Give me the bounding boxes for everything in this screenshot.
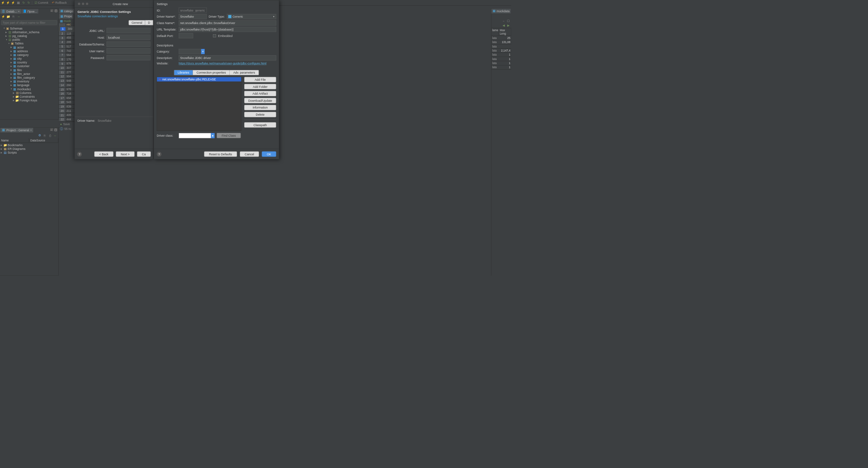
grid-row[interactable]: 8170	[59, 57, 75, 62]
table-row[interactable]: ▶▦film	[1, 68, 57, 72]
table-row[interactable]: ▶▦customer	[1, 64, 57, 68]
help-icon[interactable]: ?	[77, 152, 82, 156]
grid-row[interactable]: 1389	[59, 26, 75, 32]
mac-min-icon[interactable]	[82, 3, 84, 5]
url-template-input[interactable]	[179, 27, 276, 32]
grid-row[interactable]: 21405	[59, 113, 75, 118]
tab-project[interactable]: ▦Project - General×	[0, 128, 34, 133]
password-input[interactable]	[106, 55, 150, 60]
tree-constraints[interactable]: ▶📁Constraints	[1, 95, 57, 98]
gear-icon[interactable]: ⚙	[38, 133, 42, 137]
mac-close-icon[interactable]	[78, 3, 80, 5]
reset-defaults-button[interactable]: Reset to Defaults	[204, 151, 237, 157]
commit-button[interactable]: ☑Commit	[33, 0, 50, 5]
find-class-button[interactable]: Find Class	[217, 133, 241, 138]
grid-row[interactable]: 18543	[59, 100, 75, 105]
next-icon[interactable]: ▶	[506, 23, 510, 27]
sql-icon[interactable]: ▦	[16, 1, 20, 5]
folder-icon[interactable]: 📁	[6, 15, 11, 19]
download-button[interactable]: Download/Update	[244, 98, 276, 103]
table-row[interactable]: ▶▦address	[1, 49, 57, 53]
tab-mockdata[interactable]: ▦mockdata	[491, 9, 511, 14]
prev-icon[interactable]: ◀	[501, 23, 506, 27]
maximize-icon[interactable]: ▢	[55, 9, 57, 12]
class-name-input[interactable]	[179, 20, 276, 25]
close-icon[interactable]: ×	[18, 10, 19, 13]
grid-row[interactable]: 7564	[59, 53, 75, 57]
grid-row[interactable]: 2115	[59, 32, 75, 36]
description-input[interactable]	[179, 55, 276, 60]
tab-adv-params[interactable]: Adv. parameters	[230, 70, 259, 75]
refresh2-icon[interactable]: ↻	[27, 1, 31, 5]
table-row[interactable]: ▶▦category	[1, 53, 57, 57]
tree-columns[interactable]: ▶▥Columns	[1, 91, 57, 95]
minimize-icon[interactable]: −	[51, 9, 53, 12]
database-input[interactable]	[106, 41, 150, 46]
website-link[interactable]: https://docs.snowflake.net/manuals/user-…	[179, 62, 267, 65]
plug-add-icon[interactable]: ⚡	[6, 1, 10, 5]
paste-icon[interactable]: ⎙	[48, 133, 52, 137]
cancel-button[interactable]: Cancel	[240, 151, 259, 157]
rollback-button[interactable]: ↶Rollback	[51, 0, 68, 5]
table-row[interactable]: ▶▦city	[1, 57, 57, 60]
delete-button[interactable]: Delete	[244, 112, 276, 117]
grid-row[interactable]: 11277	[59, 70, 75, 75]
maximize-icon[interactable]: ▢	[506, 19, 510, 23]
connect-icon[interactable]: ⚡	[1, 15, 5, 19]
grid-row[interactable]: 9976	[59, 62, 75, 66]
classpath-button[interactable]: Classpath	[244, 122, 276, 128]
grid-row[interactable]: 22444	[59, 117, 75, 122]
category-select[interactable]: ▼	[179, 49, 205, 54]
table-row[interactable]: ▶▦film_actor	[1, 72, 57, 76]
jdbc-url-input[interactable]	[106, 28, 150, 33]
library-item[interactable]: ➳net.snowflake:snowflake-jdbc:RELEASE	[157, 77, 241, 81]
db-tree[interactable]: ▼▣Schemas ▶▤information_schema ▶▤pg_cata…	[0, 26, 58, 103]
driver-name-input[interactable]	[179, 14, 206, 19]
add-artifact-button[interactable]: Add Artifact	[244, 91, 276, 96]
plug-err-icon[interactable]: ⚡	[11, 1, 15, 5]
grid-row[interactable]: 6742	[59, 49, 75, 53]
grid-row[interactable]: 17658	[59, 96, 75, 100]
data-row[interactable]: lata1	[491, 57, 511, 61]
copy-icon[interactable]: ⎘	[43, 133, 47, 137]
grid-row[interactable]: 13948	[59, 79, 75, 83]
grid-row[interactable]: 5517	[59, 44, 75, 49]
add-folder-button[interactable]: Add Folder	[244, 84, 276, 89]
help-icon[interactable]: ?	[157, 152, 161, 156]
data-row[interactable]: lata25	[491, 36, 511, 40]
plug-icon[interactable]: ⚡	[1, 1, 5, 5]
col-datasource[interactable]: DataSource	[29, 138, 58, 143]
ok-button[interactable]: OK	[262, 151, 276, 157]
tab-database[interactable]: 🗄Datab...×	[0, 9, 21, 14]
link-icon[interactable]: ↔	[17, 15, 21, 19]
information-button[interactable]: Information	[244, 105, 276, 110]
grid-row[interactable]: 3455	[59, 36, 75, 40]
grid-row[interactable]: 4285	[59, 40, 75, 44]
col-name[interactable]: Name	[0, 138, 29, 143]
refresh-icon[interactable]: ↻	[22, 1, 26, 5]
copy-icon[interactable]: ⎘	[12, 15, 16, 19]
grid-row[interactable]: 16716	[59, 92, 75, 96]
cancel-button[interactable]: Ca	[137, 151, 151, 157]
grid-row[interactable]: 12994	[59, 75, 75, 79]
next-button[interactable]: Next >	[116, 151, 135, 157]
grid-row[interactable]: 19839	[59, 104, 75, 109]
library-list[interactable]: ➳net.snowflake:snowflake-jdbc:RELEASE	[157, 77, 241, 131]
data-row[interactable]: lata131,08	[491, 40, 511, 44]
tab-libraries[interactable]: Libraries	[174, 70, 193, 75]
proj-bookmarks[interactable]: ▶📁Bookmarks	[1, 143, 57, 147]
data-row[interactable]: lata1	[491, 61, 511, 65]
table-row[interactable]: ▶▦inventory	[1, 79, 57, 83]
add-file-button[interactable]: Add File	[244, 77, 276, 82]
grid-row[interactable]: 20211	[59, 109, 75, 113]
data-row[interactable]: lata2,147,4	[491, 48, 511, 53]
tree-foreignkeys[interactable]: ▶📁Foreign Keys	[1, 98, 57, 102]
proj-scripts[interactable]: ▶▤Scripts	[1, 151, 57, 155]
filter-input[interactable]	[1, 20, 57, 25]
tab-category[interactable]: ▦catego	[59, 9, 74, 14]
data-row[interactable]: lata1	[491, 53, 511, 57]
host-input[interactable]	[106, 35, 150, 40]
table-row[interactable]: ▶▦actor	[1, 45, 57, 49]
table-row[interactable]: ▶▦language	[1, 83, 57, 87]
tab-projects[interactable]: 📘Прое...	[21, 9, 39, 14]
